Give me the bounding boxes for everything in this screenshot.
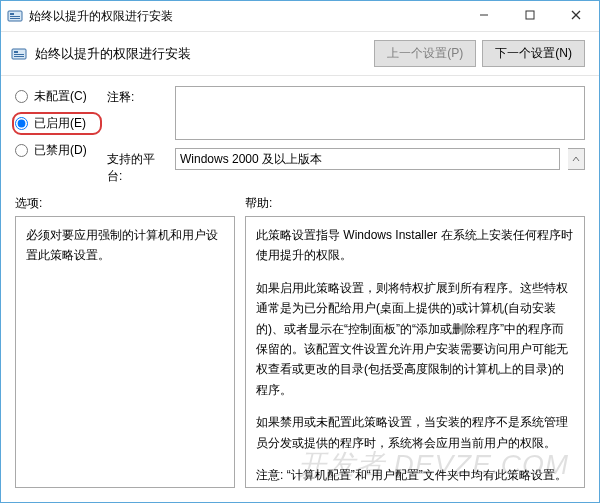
help-paragraph: 此策略设置指导 Windows Installer 在系统上安装任何程序时使用提… — [256, 225, 574, 266]
close-icon — [571, 10, 581, 20]
policy-title: 始终以提升的权限进行安装 — [35, 45, 368, 63]
radio-disabled-input[interactable] — [15, 144, 28, 157]
options-column: 选项: 必须对要应用强制的计算机和用户设置此策略设置。 — [15, 195, 235, 488]
policy-editor-window: 始终以提升的权限进行安装 始终以提升的权限进行安装 上一个设置(P) 下一个设 — [0, 0, 600, 503]
radio-not-configured-input[interactable] — [15, 90, 28, 103]
svg-rect-11 — [14, 56, 24, 57]
header-row: 始终以提升的权限进行安装 上一个设置(P) 下一个设置(N) — [1, 31, 599, 76]
chevron-up-icon — [572, 155, 580, 163]
svg-rect-3 — [10, 18, 20, 19]
radio-not-configured-label: 未配置(C) — [34, 88, 87, 105]
help-pane[interactable]: 此策略设置指导 Windows Installer 在系统上安装任何程序时使用提… — [245, 216, 585, 488]
supported-scroll-button[interactable] — [568, 148, 585, 170]
close-button[interactable] — [553, 1, 599, 29]
options-pane: 必须对要应用强制的计算机和用户设置此策略设置。 — [15, 216, 235, 488]
supported-row: 支持的平台: — [107, 148, 585, 185]
supported-label: 支持的平台: — [107, 148, 167, 185]
window-controls — [461, 1, 599, 31]
help-paragraph: 注意: “计算机配置”和“用户配置”文件夹中均有此策略设置。若要使此策略设置生效… — [256, 465, 574, 488]
title-bar: 始终以提升的权限进行安装 — [1, 1, 599, 31]
radio-enabled-label: 已启用(E) — [34, 115, 86, 132]
radio-not-configured[interactable]: 未配置(C) — [15, 88, 95, 105]
policy-icon — [11, 46, 27, 62]
svg-rect-10 — [14, 54, 24, 55]
svg-rect-9 — [14, 51, 18, 53]
svg-rect-5 — [526, 11, 534, 19]
help-paragraph: 如果启用此策略设置，则将特权扩展到所有程序。这些特权通常是为已分配给用户(桌面上… — [256, 278, 574, 400]
comment-label: 注释: — [107, 86, 167, 106]
help-label: 帮助: — [245, 195, 585, 212]
window-title: 始终以提升的权限进行安装 — [29, 8, 461, 25]
maximize-icon — [525, 10, 535, 20]
svg-rect-2 — [10, 16, 20, 17]
body-panes: 选项: 必须对要应用强制的计算机和用户设置此策略设置。 帮助: 此策略设置指导 … — [1, 191, 599, 502]
radio-disabled-label: 已禁用(D) — [34, 142, 87, 159]
svg-rect-1 — [10, 13, 14, 15]
help-paragraph: 如果禁用或未配置此策略设置，当安装的程序不是系统管理员分发或提供的程序时，系统将… — [256, 412, 574, 453]
next-setting-button[interactable]: 下一个设置(N) — [482, 40, 585, 67]
options-label: 选项: — [15, 195, 235, 212]
previous-setting-button[interactable]: 上一个设置(P) — [374, 40, 476, 67]
fields-block: 注释: 支持的平台: — [107, 86, 585, 185]
radio-enabled[interactable]: 已启用(E) — [12, 112, 102, 135]
comment-row: 注释: — [107, 86, 585, 140]
config-area: 未配置(C) 已启用(E) 已禁用(D) 注释: 支持的平台: — [1, 76, 599, 191]
supported-platforms-input[interactable] — [175, 148, 560, 170]
state-radio-group: 未配置(C) 已启用(E) 已禁用(D) — [15, 86, 95, 185]
maximize-button[interactable] — [507, 1, 553, 29]
app-icon — [7, 8, 23, 24]
minimize-button[interactable] — [461, 1, 507, 29]
radio-disabled[interactable]: 已禁用(D) — [15, 142, 95, 159]
svg-line-6 — [572, 11, 580, 19]
radio-enabled-input[interactable] — [15, 117, 28, 130]
svg-line-7 — [572, 11, 580, 19]
comment-input[interactable] — [175, 86, 585, 140]
help-column: 帮助: 此策略设置指导 Windows Installer 在系统上安装任何程序… — [245, 195, 585, 488]
minimize-icon — [479, 10, 489, 20]
options-text: 必须对要应用强制的计算机和用户设置此策略设置。 — [26, 228, 218, 262]
